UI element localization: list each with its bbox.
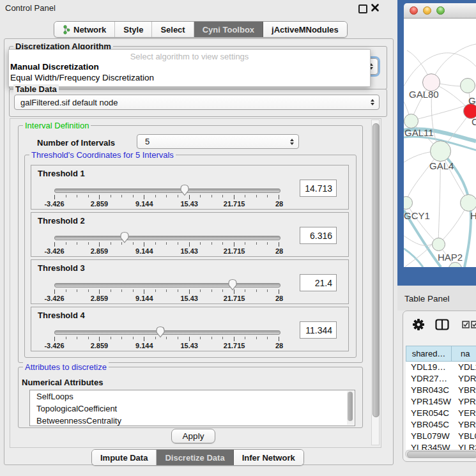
node-ga[interactable] — [460, 78, 475, 93]
threshold-4-slider[interactable] — [54, 330, 280, 335]
split-columns-icon[interactable] — [435, 319, 449, 330]
close-icon[interactable] — [371, 3, 380, 12]
vertical-scrollbar[interactable] — [371, 119, 380, 445]
node-label-gal80: GAL80 — [409, 89, 439, 100]
slider-tick-labels: -3.426 2.859 9.144 15.43 21.715 28 — [54, 247, 279, 255]
node-label-h: H — [470, 210, 476, 221]
column-header-name[interactable]: na — [451, 346, 476, 362]
tab-label: Style — [123, 25, 143, 35]
table-data-title: Table Data — [13, 84, 59, 94]
slider-tick-labels: -3.426 2.859 9.144 15.43 21.715 28 — [54, 200, 279, 208]
close-traffic-light-icon[interactable] — [410, 6, 418, 15]
threshold-1-label: Threshold 1 — [38, 169, 85, 178]
list-scrollbar-thumb[interactable] — [348, 392, 353, 421]
number-of-intervals-combobox[interactable]: 5 — [137, 134, 299, 149]
tab-select[interactable]: Select — [152, 22, 194, 37]
popup-option-manual-discretization[interactable]: Manual Discretization — [9, 61, 370, 72]
tab-discretize-data[interactable]: Discretize Data — [157, 450, 233, 465]
node-label-ga: GA — [468, 95, 476, 106]
checkbox-icon[interactable] — [462, 321, 470, 328]
table-row[interactable]: YDR27…YDR2 — [408, 373, 476, 385]
threshold-1-box: Threshold 1 -3.426 2.859 9.144 15.43 21.… — [31, 165, 349, 210]
threshold-1-value-field[interactable]: 14.713 — [300, 180, 337, 197]
combo-arrows-icon — [371, 99, 374, 105]
vertical-scrollbar-thumb[interactable] — [372, 123, 380, 417]
threshold-3-slider[interactable] — [54, 283, 280, 288]
table-data-value: galFiltered.sif default node — [20, 98, 118, 107]
table-rows-area: YDL19…YDL1 YDR27…YDR2 YBR043CYBR0 YPR145… — [406, 362, 476, 450]
minimize-traffic-light-icon[interactable] — [423, 6, 431, 15]
interval-definition-title: Interval Definition — [23, 121, 91, 130]
gear-icon[interactable] — [412, 318, 425, 331]
tab-label: Infer Network — [242, 453, 295, 463]
tab-network[interactable]: Network — [54, 22, 115, 37]
numerical-attributes-list: SelfLoops TopologicalCoefficient Between… — [29, 390, 355, 426]
tab-cyni-toolbox[interactable]: Cyni Toolbox — [194, 22, 263, 37]
bottom-tab-bar: Impute Data Discretize Data Infer Networ… — [91, 449, 304, 466]
list-item-selfloops[interactable]: SelfLoops — [30, 390, 355, 403]
tab-label: jActiveMNodules — [272, 25, 339, 35]
apply-button[interactable]: Apply — [171, 429, 215, 443]
tab-style[interactable]: Style — [115, 22, 152, 37]
node-label-c: C — [472, 116, 476, 127]
tab-label: Cyni Toolbox — [203, 25, 254, 35]
screen: Control Panel Network Style Select Cyni … — [0, 0, 476, 476]
table-row[interactable]: YBR045CYBR0 — [408, 419, 476, 431]
tab-impute-data[interactable]: Impute Data — [92, 450, 157, 465]
zoom-traffic-light-icon[interactable] — [436, 6, 445, 15]
tab-label: Discretize Data — [165, 453, 224, 463]
top-tab-bar: Network Style Select Cyni Toolbox jActiv… — [54, 21, 348, 38]
threshold-2-value-field[interactable]: 6.316 — [300, 227, 337, 244]
float-window-icon[interactable] — [358, 4, 367, 13]
node-label-gcy1: GCY1 — [404, 210, 430, 221]
number-of-intervals-value: 5 — [143, 137, 150, 146]
table-row[interactable]: YER054CYER0 — [408, 408, 476, 419]
node-hap2[interactable] — [432, 238, 445, 251]
threshold-4-label: Threshold 4 — [38, 311, 85, 320]
threshold-2-box: Threshold 2 -3.426 2.859 9.144 15.43 21.… — [31, 212, 349, 257]
list-item-topologicalcoefficient[interactable]: TopologicalCoefficient — [30, 403, 355, 415]
table-panel-title: Table Panel — [404, 294, 450, 303]
threshold-1-slider[interactable] — [54, 188, 280, 193]
threshold-3-label: Threshold 3 — [38, 263, 85, 273]
slider-ticks — [54, 242, 279, 247]
horizontal-scrollbar[interactable] — [405, 450, 476, 458]
table-row[interactable]: YLR345WYLR3 — [408, 442, 476, 450]
panel-title: Control Panel — [5, 3, 56, 13]
node-h[interactable] — [460, 194, 476, 211]
popup-option-equal-width-frequency[interactable]: Equal Width/Frequency Discretization — [9, 72, 370, 83]
table-row[interactable]: YDL19…YDL1 — [408, 362, 476, 373]
numerical-attributes-label: Numerical Attributes — [22, 378, 103, 387]
column-header-shared-name[interactable]: shared… — [406, 346, 452, 362]
table-panel-container: shared… na YDL19…YDL1 YDR27…YDR2 YBR043C… — [403, 311, 476, 462]
tab-jactivemnodules[interactable]: jActiveMNodules — [263, 22, 347, 37]
list-scrollbar[interactable] — [347, 391, 354, 425]
node-label-hap2: HAP2 — [438, 252, 463, 263]
slider-ticks — [54, 337, 279, 341]
network-window: GAL80 GA C GAL11 GAL4 GCY1 H HAP2 — [404, 3, 476, 267]
tab-label: Network — [73, 25, 106, 35]
tab-label: Impute Data — [100, 453, 148, 463]
popup-hint-text: Select algorithm to view settings — [9, 52, 370, 61]
threshold-4-value-field[interactable]: 11.344 — [300, 321, 337, 339]
network-window-titlebar[interactable] — [404, 3, 476, 19]
threshold-3-box: Threshold 3 -3.426 2.859 9.144 15.43 21.… — [31, 259, 349, 304]
threshold-2-label: Threshold 2 — [38, 216, 85, 226]
table-row[interactable]: YPR145WYPR1 — [408, 396, 476, 408]
horizontal-scrollbar-thumb[interactable] — [407, 451, 476, 458]
threshold-3-value-field[interactable]: 21.4 — [300, 274, 337, 291]
list-item-betweennesscentrality[interactable]: BetweennessCentrality — [30, 415, 355, 426]
node-gal4[interactable] — [430, 141, 451, 162]
network-canvas[interactable]: GAL80 GA C GAL11 GAL4 GCY1 H HAP2 — [404, 19, 476, 267]
table-row[interactable]: YBR043CYBR0 — [408, 385, 476, 396]
node-gal11[interactable] — [404, 114, 418, 128]
table-data-combobox[interactable]: galFiltered.sif default node — [14, 95, 380, 110]
node-label-gal11: GAL11 — [404, 127, 434, 138]
threshold-2-slider[interactable] — [54, 236, 280, 240]
threshold-4-box: Threshold 4 -3.426 2.859 9.144 15.43 21.… — [31, 307, 349, 351]
checkbox-icon[interactable] — [471, 321, 476, 328]
tab-infer-network[interactable]: Infer Network — [234, 450, 303, 465]
slider-ticks — [54, 289, 279, 294]
tab-label: Select — [160, 25, 185, 35]
table-row[interactable]: YBL079WYBL0 — [408, 431, 476, 442]
